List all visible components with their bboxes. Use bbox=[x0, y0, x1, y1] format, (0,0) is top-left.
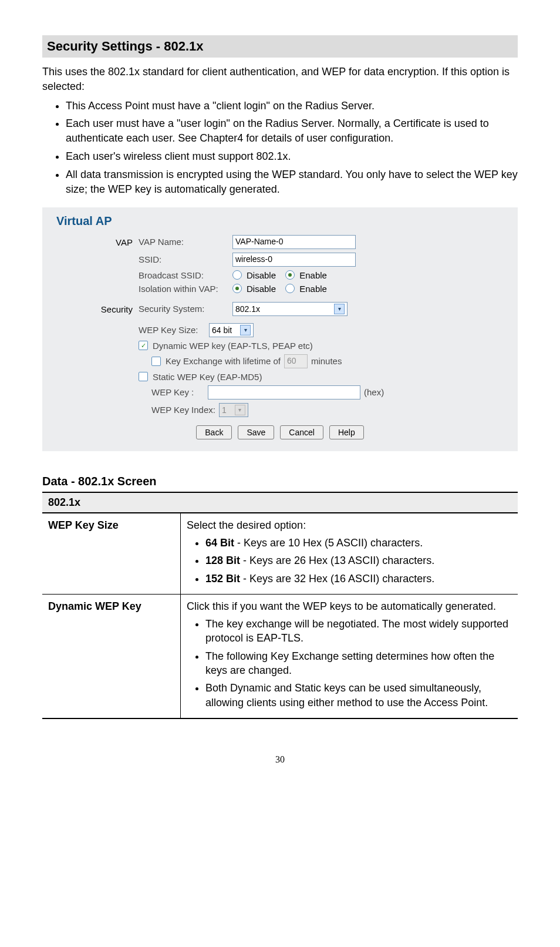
broadcast-disable-radio[interactable] bbox=[232, 270, 242, 280]
section-heading: Security Settings - 802.1x bbox=[42, 35, 518, 58]
vap-name-label: VAP Name: bbox=[139, 237, 232, 247]
intro-text: This uses the 802.1x standard for client… bbox=[42, 65, 518, 94]
row-name: Dynamic WEP Key bbox=[42, 594, 181, 718]
panel-title: Virtual AP bbox=[56, 214, 504, 228]
wep-key-size-select[interactable]: 64 bit ▾ bbox=[209, 323, 254, 337]
page-number: 30 bbox=[42, 754, 518, 765]
back-button[interactable]: Back bbox=[196, 425, 232, 439]
row-item: 64 Bit - Keys are 10 Hex (5 ASCII) chara… bbox=[205, 536, 512, 550]
group-label-vap: VAP bbox=[56, 235, 139, 247]
broadcast-disable-text: Disable bbox=[247, 270, 276, 280]
broadcast-enable-radio[interactable] bbox=[285, 270, 295, 280]
intro-bullet: All data transmission is encrypted using… bbox=[66, 167, 518, 197]
virtual-ap-panel: Virtual AP VAP VAP Name: VAP-Name-0 SSID… bbox=[42, 207, 518, 451]
isolation-enable-radio[interactable] bbox=[285, 284, 295, 293]
isolation-disable-radio[interactable] bbox=[232, 284, 242, 293]
broadcast-enable-text: Enable bbox=[299, 270, 327, 280]
wep-key-hex-suffix: (hex) bbox=[364, 387, 384, 397]
static-wep-checkbox[interactable] bbox=[139, 372, 148, 381]
table-row: Dynamic WEP Key Click this if you want t… bbox=[42, 594, 518, 718]
table-row: WEP Key Size Select the desired option: … bbox=[42, 513, 518, 595]
wep-key-size-label: WEP Key Size: bbox=[139, 325, 209, 335]
ssid-label: SSID: bbox=[139, 254, 232, 264]
chevron-down-icon: ▾ bbox=[235, 405, 245, 415]
chevron-down-icon: ▾ bbox=[240, 325, 251, 335]
intro-bullet: Each user's wireless client must support… bbox=[66, 149, 518, 164]
isolation-enable-text: Enable bbox=[299, 284, 327, 294]
key-exchange-checkbox[interactable] bbox=[151, 357, 161, 366]
row-content: Select the desired option: 64 Bit - Keys… bbox=[181, 513, 518, 595]
row-item: 152 Bit - Keys are 32 Hex (16 ASCII) cha… bbox=[205, 572, 512, 586]
vap-name-input[interactable]: VAP-Name-0 bbox=[232, 235, 356, 249]
save-button[interactable]: Save bbox=[238, 425, 274, 439]
key-exchange-suffix: minutes bbox=[311, 356, 342, 366]
wep-key-input[interactable] bbox=[208, 385, 360, 399]
security-system-label: Security System: bbox=[139, 304, 232, 314]
wep-key-index-label: WEP Key Index: bbox=[151, 405, 215, 415]
row-item: The following Key Exchange setting deter… bbox=[205, 649, 512, 678]
security-system-value: 802.1x bbox=[235, 304, 329, 314]
key-exchange-lifetime-input[interactable]: 60 bbox=[284, 354, 308, 368]
row-content: Click this if you want the WEP keys to b… bbox=[181, 594, 518, 718]
row-name: WEP Key Size bbox=[42, 513, 181, 595]
row-item: Both Dynamic and Static keys can be used… bbox=[205, 681, 512, 710]
wep-key-label: WEP Key : bbox=[151, 387, 204, 397]
dynamic-wep-label: Dynamic WEP key (EAP-TLS, PEAP etc) bbox=[153, 341, 313, 351]
isolation-label: Isolation within VAP: bbox=[139, 284, 232, 294]
wep-key-size-value: 64 bit bbox=[212, 325, 235, 335]
isolation-disable-text: Disable bbox=[247, 284, 276, 294]
chevron-down-icon: ▾ bbox=[334, 304, 345, 314]
help-button[interactable]: Help bbox=[329, 425, 364, 439]
row-lead: Click this if you want the WEP keys to b… bbox=[187, 599, 512, 613]
row-item: 128 Bit - Keys are 26 Hex (13 ASCII) cha… bbox=[205, 553, 512, 567]
cancel-button[interactable]: Cancel bbox=[280, 425, 323, 439]
ssid-input[interactable]: wireless-0 bbox=[232, 253, 356, 267]
broadcast-ssid-label: Broadcast SSID: bbox=[139, 270, 232, 280]
security-system-select[interactable]: 802.1x ▾ bbox=[232, 302, 348, 316]
static-wep-label: Static WEP Key (EAP-MD5) bbox=[153, 372, 262, 382]
wep-key-index-select[interactable]: 1 ▾ bbox=[219, 403, 248, 417]
data-subheading: Data - 802.1x Screen bbox=[42, 475, 518, 488]
key-exchange-prefix: Key Exchange with lifetime of bbox=[166, 356, 281, 366]
table-header: 802.1x bbox=[42, 492, 518, 513]
wep-key-index-value: 1 bbox=[222, 405, 230, 415]
intro-bullet-list: This Access Point must have a "client lo… bbox=[42, 99, 518, 197]
dynamic-wep-checkbox[interactable]: ✓ bbox=[139, 341, 148, 350]
row-item: The key exchange will be negotiated. The… bbox=[205, 617, 512, 646]
intro-bullet: This Access Point must have a "client lo… bbox=[66, 99, 518, 113]
row-lead: Select the desired option: bbox=[187, 518, 512, 532]
group-label-security: Security bbox=[56, 302, 139, 314]
intro-bullet: Each user must have a "user login" on th… bbox=[66, 116, 518, 146]
data-table: 802.1x WEP Key Size Select the desired o… bbox=[42, 492, 518, 719]
